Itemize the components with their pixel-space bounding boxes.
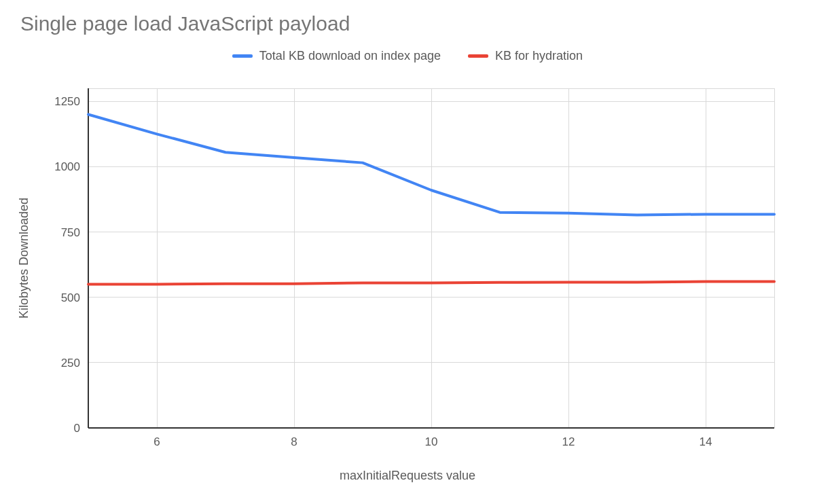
- legend-item-total: Total KB download on index page: [232, 49, 441, 63]
- legend: Total KB download on index page KB for h…: [0, 49, 815, 63]
- chart-container: Single page load JavaScript payload Tota…: [0, 0, 815, 504]
- legend-label-hydration: KB for hydration: [495, 49, 583, 63]
- svg-text:500: 500: [61, 291, 80, 304]
- svg-text:750: 750: [61, 226, 80, 239]
- legend-swatch-hydration: [468, 54, 488, 58]
- chart-title: Single page load JavaScript payload: [20, 12, 350, 35]
- svg-text:0: 0: [74, 422, 80, 435]
- svg-text:1000: 1000: [54, 160, 80, 173]
- legend-label-total: Total KB download on index page: [259, 49, 441, 63]
- svg-text:1250: 1250: [54, 95, 80, 108]
- svg-text:10: 10: [425, 435, 438, 448]
- x-axis-label: maxInitialRequests value: [0, 469, 815, 483]
- svg-text:250: 250: [61, 357, 80, 370]
- legend-item-hydration: KB for hydration: [468, 49, 583, 63]
- chart-svg: 02505007501000125068101214: [88, 88, 774, 428]
- plot-area: 02505007501000125068101214: [88, 88, 774, 428]
- svg-text:14: 14: [700, 435, 712, 448]
- svg-text:12: 12: [562, 435, 575, 448]
- legend-swatch-total: [232, 54, 253, 58]
- svg-text:8: 8: [291, 435, 297, 448]
- svg-text:6: 6: [153, 435, 160, 448]
- y-axis-label: Kilobytes Downloaded: [17, 198, 31, 319]
